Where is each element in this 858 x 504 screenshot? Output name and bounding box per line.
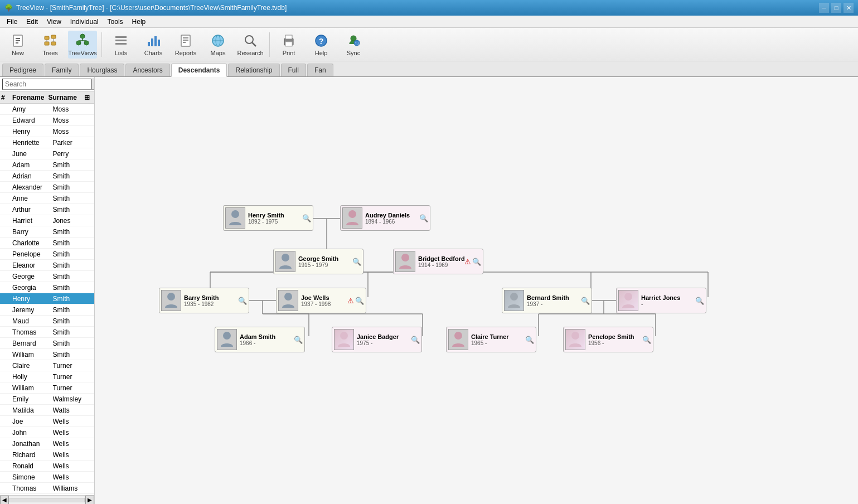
card-bernard-smith[interactable]: Bernard Smith 1937 - 🔍 bbox=[502, 288, 592, 313]
card-penelope-smith[interactable]: Penelope Smith 1956 - 🔍 bbox=[563, 327, 653, 352]
list-row[interactable]: Harriet Jones bbox=[0, 215, 94, 226]
toolbar-charts[interactable]: Charts bbox=[139, 31, 168, 59]
list-row[interactable]: Ronald Wells bbox=[0, 461, 94, 472]
search-joe-wells[interactable]: 🔍 bbox=[355, 296, 364, 305]
list-row[interactable]: Jonathan Wells bbox=[0, 438, 94, 449]
toolbar-trees[interactable]: Trees bbox=[36, 31, 65, 59]
card-henry-smith[interactable]: Henry Smith 1892 - 1975 🔍 bbox=[223, 205, 313, 231]
list-row[interactable]: Adrian Smith bbox=[0, 171, 94, 182]
search-henry-smith[interactable]: 🔍 bbox=[302, 214, 311, 222]
list-row[interactable]: June Perry bbox=[0, 148, 94, 159]
list-row[interactable]: Matilda Watts bbox=[0, 405, 94, 416]
list-row[interactable]: Joe Wells bbox=[0, 416, 94, 427]
search-harriet-jones[interactable]: 🔍 bbox=[695, 296, 704, 305]
menu-view[interactable]: View bbox=[42, 17, 66, 27]
card-claire-turner[interactable]: Claire Turner 1965 - 🔍 bbox=[446, 327, 536, 352]
tab-hourglass[interactable]: Hourglass bbox=[80, 64, 124, 76]
list-row[interactable]: William Smith bbox=[0, 349, 94, 360]
scroll-track[interactable] bbox=[9, 498, 85, 502]
list-row-forename: Jonathan bbox=[12, 440, 53, 448]
tab-full[interactable]: Full bbox=[281, 64, 306, 76]
search-bridget-bedford[interactable]: 🔍 bbox=[472, 257, 481, 266]
toolbar-print[interactable]: Print bbox=[274, 31, 303, 59]
card-bridget-bedford[interactable]: Bridget Bedford 1914 - 1969 ⚠ 🔍 bbox=[393, 249, 483, 274]
list-row[interactable]: Alexander Smith bbox=[0, 182, 94, 193]
list-row[interactable]: Barry Smith bbox=[0, 226, 94, 238]
right-panel[interactable]: Henry Smith 1892 - 1975 🔍 Audrey Daniels… bbox=[95, 77, 858, 504]
search-input[interactable] bbox=[2, 79, 91, 90]
menu-file[interactable]: File bbox=[2, 17, 22, 27]
list-row[interactable]: John Wells bbox=[0, 427, 94, 438]
close-button[interactable]: ✕ bbox=[844, 3, 854, 13]
list-row[interactable]: Thomas Williams bbox=[0, 483, 94, 494]
tab-descendants[interactable]: Descendants bbox=[171, 64, 227, 77]
list-row[interactable]: Henriette Parker bbox=[0, 137, 94, 148]
search-george-smith[interactable]: 🔍 bbox=[352, 257, 361, 266]
card-audrey-daniels[interactable]: Audrey Daniels 1894 - 1966 🔍 bbox=[340, 205, 430, 231]
list-row[interactable]: Georgia Smith bbox=[0, 282, 94, 293]
minimize-button[interactable]: ─ bbox=[819, 3, 829, 13]
toolbar-new[interactable]: New bbox=[3, 31, 32, 59]
list-row[interactable]: Adam Smith bbox=[0, 159, 94, 171]
list-row[interactable]: Arthur Smith bbox=[0, 204, 94, 215]
list-row[interactable]: Richard Wells bbox=[0, 449, 94, 461]
toolbar-research[interactable]: Research bbox=[236, 31, 265, 59]
svg-point-10 bbox=[80, 34, 85, 38]
tab-pedigree[interactable]: Pedigree bbox=[2, 64, 43, 76]
search-audrey-daniels[interactable]: 🔍 bbox=[419, 214, 428, 222]
toolbar-treeviews[interactable]: TreeViews bbox=[68, 31, 97, 59]
list-row[interactable]: Penelope Smith bbox=[0, 249, 94, 260]
list-row[interactable]: Emily Walmsley bbox=[0, 394, 94, 405]
list-row[interactable]: Claire Turner bbox=[0, 360, 94, 371]
tab-relationship[interactable]: Relationship bbox=[228, 64, 279, 76]
maximize-button[interactable]: □ bbox=[831, 3, 841, 13]
search-claire-turner[interactable]: 🔍 bbox=[525, 335, 534, 344]
menu-individual[interactable]: Individual bbox=[66, 17, 103, 27]
list-row[interactable]: Holly Turner bbox=[0, 371, 94, 382]
search-adam-smith[interactable]: 🔍 bbox=[294, 335, 303, 344]
search-bernard-smith[interactable]: 🔍 bbox=[581, 296, 590, 305]
tab-ancestors[interactable]: Ancestors bbox=[125, 64, 169, 76]
toolbar-lists[interactable]: Lists bbox=[106, 31, 135, 59]
scroll-left-button[interactable]: ◀ bbox=[0, 496, 9, 505]
menu-edit[interactable]: Edit bbox=[22, 17, 42, 27]
list-row[interactable]: William Turner bbox=[0, 382, 94, 394]
search-janice-badger[interactable]: 🔍 bbox=[411, 335, 420, 344]
search-barry-smith[interactable]: 🔍 bbox=[238, 296, 247, 305]
tab-family[interactable]: Family bbox=[45, 64, 79, 76]
list-row-surname: Smith bbox=[53, 273, 94, 280]
search-penelope-smith[interactable]: 🔍 bbox=[642, 335, 651, 344]
menu-help[interactable]: Help bbox=[128, 17, 151, 27]
list-row-surname: Jones bbox=[53, 217, 94, 225]
toolbar-maps[interactable]: Maps bbox=[203, 31, 232, 59]
tab-fan[interactable]: Fan bbox=[307, 64, 333, 76]
list-row[interactable]: George Smith bbox=[0, 271, 94, 282]
list-row[interactable]: Jeremy Smith bbox=[0, 304, 94, 316]
list-row[interactable]: Thomas Smith bbox=[0, 327, 94, 338]
list-row[interactable]: Henry Moss bbox=[0, 126, 94, 137]
list-row[interactable]: Anne Smith bbox=[0, 193, 94, 204]
scroll-right-button[interactable]: ▶ bbox=[85, 496, 94, 505]
toolbar-help[interactable]: ? Help bbox=[307, 31, 336, 59]
card-joe-wells[interactable]: Joe Wells 1937 - 1998 ⚠ 🔍 bbox=[276, 288, 366, 313]
list-row[interactable]: Bernard Smith bbox=[0, 338, 94, 349]
list-row[interactable]: Charlotte Smith bbox=[0, 238, 94, 249]
svg-point-67 bbox=[231, 210, 239, 218]
card-barry-smith[interactable]: Barry Smith 1935 - 1982 🔍 bbox=[159, 288, 249, 313]
menu-tools[interactable]: Tools bbox=[103, 17, 128, 27]
list-row[interactable]: Maud Smith bbox=[0, 316, 94, 327]
list-row[interactable]: Simone Wells bbox=[0, 472, 94, 483]
info-bridget-bedford: Bridget Bedford 1914 - 1969 bbox=[418, 255, 464, 268]
list-row[interactable]: Amy Moss bbox=[0, 104, 94, 115]
card-harriet-jones[interactable]: Harriet Jones - 🔍 bbox=[616, 288, 706, 313]
card-janice-badger[interactable]: Janice Badger 1975 - 🔍 bbox=[332, 327, 422, 352]
toolbar-sync[interactable]: ↑↓ Sync bbox=[339, 31, 368, 59]
card-adam-smith[interactable]: Adam Smith 1966 - 🔍 bbox=[215, 327, 305, 352]
list-row[interactable]: Henry Smith bbox=[0, 293, 94, 304]
toolbar-trees-label: Trees bbox=[42, 50, 58, 56]
toolbar-reports[interactable]: Reports bbox=[171, 31, 200, 59]
col-sort-icon[interactable]: ⊞ bbox=[84, 94, 93, 101]
card-george-smith[interactable]: George Smith 1915 - 1979 🔍 bbox=[273, 249, 363, 274]
list-row[interactable]: Edward Moss bbox=[0, 115, 94, 126]
list-row[interactable]: Eleanor Smith bbox=[0, 260, 94, 271]
